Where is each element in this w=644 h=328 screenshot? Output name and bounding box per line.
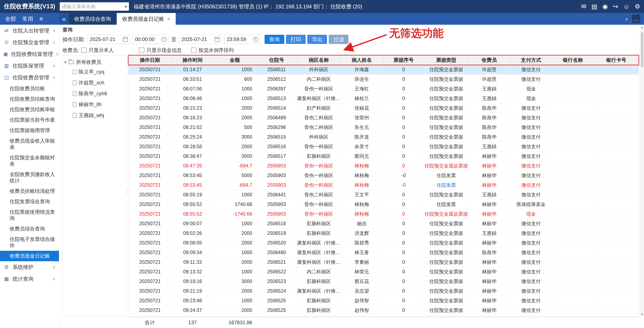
tree-node[interactable]: 王惠娟_whj <box>64 110 124 121</box>
sidebar-item[interactable]: 收费员综合查询 <box>0 224 59 234</box>
column-header[interactable]: 票据类型 <box>424 55 468 65</box>
table-row[interactable]: 2025072109:11:3320002506521康复科病区（针推…李素丽0… <box>128 257 639 267</box>
table-row[interactable]: 2025072109:24:3720002506525肛肠科病区赵伟智0住院预交… <box>128 306 639 315</box>
column-header[interactable]: 银行名称 <box>552 55 594 65</box>
sidebar-item[interactable]: 住院电子发票综合操作 <box>0 234 59 251</box>
calendar-icon[interactable] <box>123 37 128 42</box>
chevron-down-icon[interactable]: ▾ <box>125 4 127 9</box>
tab-scroll-right-icon[interactable]: › <box>626 15 628 22</box>
cash-only-checkbox[interactable]: 只显示现金信息 <box>139 47 182 54</box>
table-row[interactable]: 2025072109:08:0520002506520康复科病区（针推…陈碧秀0… <box>128 238 639 248</box>
sidebar-group[interactable]: ⊙住院预交金管理∨ <box>0 36 59 48</box>
sidebar-item[interactable]: 住院收费员结账审核 <box>0 104 59 115</box>
vertical-scrollbar[interactable]: ▲ ▼ <box>640 25 644 317</box>
sidebar-item[interactable]: 住院收费员结账查询 <box>0 94 59 104</box>
table-row[interactable]: 2025072108:28:5820002506516骨伤一科病区余美寸0住院预… <box>128 142 639 152</box>
table-row[interactable]: 2025072109:18:1630002506523肛肠科病区蔡豆花0住院预交… <box>128 277 639 286</box>
table-row[interactable]: 2025072101:14:2710002506511外科病区许海森0住院预交金… <box>128 65 639 75</box>
sidebar-item[interactable]: 全院收费员缴款收入统计 <box>0 169 59 186</box>
menu-search-input[interactable] <box>62 4 123 9</box>
export-button[interactable]: 导出 <box>307 35 327 44</box>
tree-node[interactable]: 陈燕华_cyh6 <box>64 88 124 99</box>
column-header[interactable]: 操作时间 <box>172 55 214 65</box>
tab-all[interactable]: 全部 <box>5 15 16 23</box>
settings-icon[interactable]: ⚙ <box>634 3 640 10</box>
tab-active[interactable]: 收费员现金日记账× <box>117 13 176 25</box>
caret-down-icon[interactable]: ▾ <box>64 60 66 65</box>
table-row[interactable]: 2025072109:23:4810002506525肛肠科病区赵伟智0住院预交… <box>128 296 639 306</box>
table-row[interactable]: 2025072109:00:0710002506518肛肠科病区杨浩0住院预交金… <box>128 219 639 229</box>
sidebar-group[interactable]: ◫住院收费员管理∧ <box>0 72 59 83</box>
table-row[interactable]: 2025072106:33:516002506512内二科病区薛连生0住院预交金… <box>128 75 639 84</box>
calendar-icon[interactable] <box>214 37 220 42</box>
sidebar-item[interactable]: 住院票据使用情况查询 <box>0 207 59 224</box>
clock-icon[interactable] <box>162 37 166 42</box>
table-row[interactable]: 2025072109:26:3710002506497骨伤一科病区（骨…陈建兴0… <box>128 315 639 317</box>
column-header[interactable]: 操作日期 <box>128 55 172 65</box>
column-header[interactable]: 票据序号 <box>383 55 424 65</box>
checkbox-icon[interactable] <box>81 47 86 53</box>
table-row[interactable]: 2025072108:53:45-694.72505903骨伤一科病区林秋梅-0… <box>128 180 639 190</box>
menu-icon[interactable]: ≡ <box>40 15 43 22</box>
table-row[interactable]: 2025072108:53:4550002505903骨伤一科病区林秋梅-0住院… <box>128 171 639 180</box>
screen-icon[interactable]: ▤ <box>592 3 597 10</box>
column-header[interactable]: 收费员 <box>468 55 510 65</box>
table-row[interactable]: 2025072108:55:521740.662505903骨伤一科病区林秋梅0… <box>128 200 639 209</box>
tab-scroll-left-icon[interactable]: « <box>59 13 69 25</box>
column-header[interactable]: 金额 <box>214 55 256 65</box>
sidebar-item[interactable]: 收费员挂账结清处理 <box>0 186 59 196</box>
table-row[interactable]: 2025072108:47:35-694.72505903骨伤一科病区林秋梅0住… <box>128 161 639 171</box>
checkbox-icon[interactable] <box>139 47 144 53</box>
only-self-checkbox[interactable]: 只显示本人 <box>81 47 114 54</box>
table-row[interactable]: 2025072108:25:2430002506515外科病区陈开龙0住院预交金… <box>128 132 639 142</box>
message-icon[interactable]: ✉ <box>581 3 586 10</box>
column-header[interactable]: 病区名称 <box>297 55 340 65</box>
sidebar-item[interactable]: 住院票据当前号作废 <box>0 115 59 125</box>
table-row[interactable]: 2025072108:55:1910002506441骨伤二科病区王文平0住院预… <box>128 190 639 200</box>
sidebar-group[interactable]: ⚙系统维护∨ <box>0 261 59 273</box>
table-row[interactable]: 2025072109:21:1920002506524康复科病区（针推…吴志望0… <box>128 286 639 296</box>
sidebar-item[interactable]: 收费员现金收入审核表 <box>0 136 59 152</box>
search-button[interactable]: 查询 <box>264 35 284 44</box>
time-from-field[interactable] <box>133 35 169 44</box>
scroll-up-icon[interactable]: ▲ <box>641 25 644 30</box>
scrollbar-thumb[interactable] <box>641 32 643 67</box>
filter-button[interactable]: 过滤 <box>329 35 348 44</box>
table-row[interactable]: 2025072108:07:0610002506397骨伤一科病区王海红0住院预… <box>128 84 639 94</box>
table-row[interactable]: 2025072109:02:2620002506519肛肠科病区洪龙辉0住院预交… <box>128 229 639 238</box>
date-to-input[interactable] <box>181 36 212 42</box>
table-row[interactable]: 2025072108:08:4610002506513康复科病区（针推…林桂兰0… <box>128 94 639 103</box>
logout-icon[interactable]: ↪ <box>613 3 618 10</box>
table-row[interactable]: 2025072108:21:025002506296骨伤二科病区朱生元0住院预交… <box>128 123 639 132</box>
more-tabs-icon[interactable]: … <box>632 15 640 23</box>
sidebar-item[interactable]: 住院收费员结账 <box>0 83 59 94</box>
time-to-field[interactable] <box>224 35 260 44</box>
tab-inactive[interactable]: 收费员综合查询 <box>69 13 116 25</box>
reverse-order-checkbox[interactable]: 按流水倒序排列 <box>191 47 234 54</box>
profile-icon[interactable]: ☺ <box>623 3 630 10</box>
menu-search-box[interactable]: ▾ <box>60 2 129 11</box>
sidebar-item[interactable]: 住院预交金余额核对表 <box>0 152 59 169</box>
sidebar-group[interactable]: ⇄住院入出转管理∨ <box>0 25 59 36</box>
column-header[interactable]: 银行卡号 <box>594 55 639 65</box>
column-header[interactable]: 病人姓名 <box>341 55 383 65</box>
sidebar-group[interactable]: ▣住院收费结算管理∨ <box>0 48 59 60</box>
table-row[interactable]: 2025072108:38:4730002506517肛肠科病区蔡同元0住院预交… <box>128 152 639 161</box>
panel-splitter[interactable]: ⋮ <box>126 55 128 328</box>
print-button[interactable]: 打印 <box>286 35 306 44</box>
sidebar-group[interactable]: ▦统计查询∨ <box>0 273 59 285</box>
checkbox-icon[interactable] <box>191 47 196 53</box>
date-to-field[interactable] <box>179 35 222 44</box>
column-header[interactable]: 支付方式 <box>510 55 552 65</box>
time-from-input[interactable] <box>135 36 159 42</box>
column-header[interactable]: 住院号 <box>256 55 297 65</box>
tree-node[interactable]: 许超慧_xch <box>64 77 124 88</box>
table-row[interactable]: 2025072108:16:2320002506489骨伤二科病区张荣州0住院预… <box>128 113 639 123</box>
time-to-input[interactable] <box>226 36 251 42</box>
sidebar-group[interactable]: ▥住院医保管理∨ <box>0 60 59 72</box>
clock-icon[interactable] <box>253 37 258 42</box>
table-row[interactable]: 2025072109:13:3210002506522内二科病区林荣元0住院预交… <box>128 267 639 277</box>
date-from-field[interactable] <box>88 35 130 44</box>
scroll-down-icon[interactable]: ▼ <box>641 312 644 317</box>
table-row[interactable]: 2025072108:15:2320002506514妇产科病区张丽花0住院预交… <box>128 103 639 113</box>
